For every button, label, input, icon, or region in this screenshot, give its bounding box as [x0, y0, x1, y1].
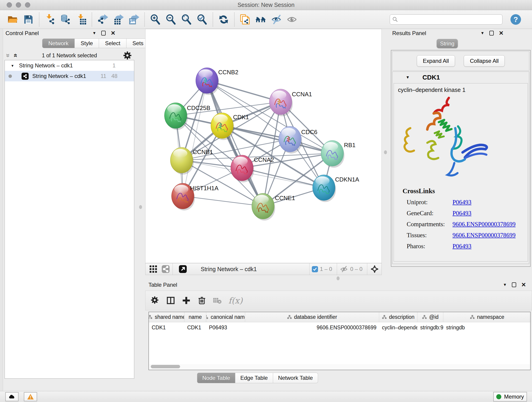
disclosure-triangle-icon[interactable]: ▼ — [11, 64, 17, 68]
crosslink-link[interactable]: P06493 — [452, 199, 472, 206]
network-list-item[interactable]: String Network – cdk11148 — [5, 71, 134, 81]
save-session-button[interactable] — [22, 13, 35, 26]
collapse-all-button[interactable]: Collapse All — [464, 55, 505, 67]
tab-string[interactable]: String — [437, 39, 458, 48]
node-CCNB2[interactable] — [196, 68, 219, 95]
panel-close-icon[interactable]: ✕ — [111, 30, 115, 36]
node-RB1[interactable] — [321, 140, 345, 168]
help-button[interactable]: ? — [510, 14, 521, 25]
import-network-database-button[interactable] — [59, 13, 72, 26]
import-table-file-button[interactable] — [75, 13, 88, 26]
crosslink-link[interactable]: 9606.ENSP00000378699 — [452, 221, 515, 228]
crosslink-link[interactable]: P06493 — [452, 210, 472, 217]
tab-network[interactable]: Network — [42, 38, 75, 48]
panel-close-icon[interactable]: ✕ — [521, 281, 526, 288]
tab-select[interactable]: Select — [99, 38, 127, 48]
zoom-out-button[interactable] — [164, 13, 177, 26]
horizontal-scrollbar[interactable] — [149, 364, 530, 369]
cell-description[interactable]: cyclin–dependent ... — [379, 322, 418, 333]
node-CDK1[interactable] — [211, 113, 234, 140]
cell-shared-name[interactable]: CDK1 — [149, 322, 184, 333]
zoom-fit-button[interactable] — [180, 13, 193, 26]
cell--id[interactable]: stringdb:9... — [418, 322, 443, 333]
panel-float-icon[interactable] — [512, 282, 516, 287]
column-header-name[interactable]: name — [184, 312, 206, 322]
show-columns-icon[interactable] — [165, 294, 177, 306]
export-image-button[interactable] — [127, 13, 140, 26]
network-options-gear-icon[interactable] — [121, 50, 133, 61]
protein-section-header[interactable]: ▼ CDK1 — [393, 72, 529, 83]
birds-eye-view-icon[interactable] — [161, 264, 170, 274]
scrollbar-thumb[interactable] — [151, 365, 180, 368]
collapse-triangle-icon[interactable]: ▼ — [406, 75, 410, 80]
panel-float-icon[interactable] — [489, 31, 494, 36]
memory-button[interactable]: Memory — [493, 392, 527, 402]
delete-column-trash-icon[interactable] — [196, 294, 208, 306]
edge-CCNB2-HIST1H1A[interactable] — [183, 81, 207, 196]
cloud-button[interactable] — [5, 392, 19, 401]
node-CCNA2[interactable] — [231, 155, 254, 182]
node-CDC25B[interactable] — [165, 103, 188, 130]
network-canvas[interactable]: CCNB2CCNA1CDC25BCDK1CDC6RB1CCNB1CCNA2CDK… — [145, 29, 382, 263]
panel-menu-icon[interactable]: ▼ — [481, 31, 484, 36]
edge-CCNA2-CDKN1A[interactable] — [242, 168, 324, 188]
zoom-selected-button[interactable] — [196, 13, 209, 26]
left-splitter-handle[interactable] — [139, 205, 142, 209]
tab-edge-table[interactable]: Edge Table — [235, 373, 273, 383]
cell-canonical-name[interactable]: P06493 — [206, 322, 245, 333]
panel-menu-icon[interactable]: ▼ — [503, 283, 507, 287]
column-header-description[interactable]: description — [379, 312, 418, 322]
search-box[interactable] — [390, 14, 502, 25]
export-table-button[interactable] — [112, 13, 125, 26]
node-CDC6[interactable] — [279, 126, 302, 153]
node-CDKN1A[interactable] — [313, 175, 336, 202]
node-CCNA1[interactable] — [269, 89, 293, 116]
warnings-button[interactable] — [24, 392, 37, 401]
import-network-file-button[interactable] — [43, 13, 57, 26]
right-splitter-handle[interactable] — [384, 150, 387, 154]
refresh-network-button[interactable] — [217, 13, 230, 26]
crosslink-link[interactable]: P06493 — [452, 243, 472, 250]
cell-namespace[interactable]: stringdb — [443, 322, 531, 333]
column-header-database-identifier[interactable]: database identifier — [245, 312, 379, 322]
table-row[interactable]: CDK1CDK1P064939606.ENSP00000378699cyclin… — [149, 322, 530, 333]
panel-close-icon[interactable]: ✕ — [499, 30, 504, 36]
clone-network-button[interactable] — [239, 13, 252, 26]
tab-style[interactable]: Style — [75, 38, 99, 48]
bottom-splitter-handle[interactable] — [336, 276, 340, 280]
column-header-canonical-name[interactable]: canonical name — [206, 312, 245, 322]
gear-icon — [122, 51, 133, 61]
panel-menu-icon[interactable]: ▼ — [92, 31, 96, 36]
view-grid-icon[interactable] — [149, 264, 158, 274]
crosslink-link[interactable]: 9606.ENSP00000378699 — [452, 232, 515, 239]
node-CCNE1[interactable] — [252, 193, 275, 221]
selected-count-checkbox[interactable] — [312, 266, 318, 272]
open-in-new-window-icon[interactable] — [178, 264, 187, 274]
string-results-box: Expand All Collapse All ▼ CDK1 cyclin–de… — [391, 50, 531, 267]
node-label-CDC6: CDC6 — [301, 129, 317, 135]
network-list-item[interactable]: ▼String Network – cdk11 — [5, 60, 134, 71]
table-options-gear-icon[interactable] — [149, 294, 161, 306]
first-neighbors-button[interactable] — [254, 13, 267, 26]
expand-all-button[interactable]: Expand All — [417, 55, 455, 67]
tab-network-table[interactable]: Network Table — [273, 373, 318, 383]
column-header-shared-name[interactable]: shared name — [149, 312, 184, 322]
table-tabs: Node TableEdge TableNetwork Table — [197, 373, 318, 383]
node-table[interactable]: shared namenamecanonical namedatabase id… — [148, 312, 531, 370]
create-column-plus-icon[interactable] — [180, 294, 192, 306]
column-header-namespace[interactable]: namespace — [443, 312, 531, 322]
node-label-CCNE1: CCNE1 — [275, 195, 295, 201]
cell-name[interactable]: CDK1 — [184, 322, 206, 333]
tab-node-table[interactable]: Node Table — [197, 373, 235, 383]
column-header--id[interactable]: @id — [418, 312, 443, 322]
fit-content-crosshair-icon[interactable] — [370, 264, 379, 274]
open-session-button[interactable] — [6, 13, 19, 26]
cell-database-identifier[interactable]: 9606.ENSP00000378699 — [245, 322, 379, 333]
zoom-in-button[interactable] — [149, 13, 162, 26]
hide-selected-button[interactable] — [270, 13, 283, 26]
search-input[interactable] — [398, 15, 500, 24]
show-all-button[interactable] — [285, 13, 298, 26]
panel-float-icon[interactable] — [101, 31, 106, 36]
export-network-button[interactable] — [96, 13, 109, 26]
node-CCNB1[interactable] — [171, 147, 194, 175]
